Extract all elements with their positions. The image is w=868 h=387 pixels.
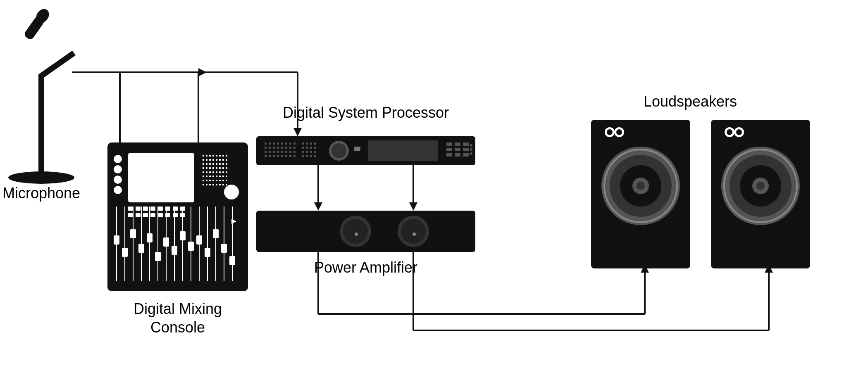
svg-rect-38: [212, 167, 214, 169]
svg-rect-117: [180, 207, 185, 211]
svg-rect-56: [219, 176, 221, 177]
svg-rect-168: [302, 147, 304, 149]
dsp-label: Digital System Processor: [283, 104, 449, 121]
svg-rect-124: [173, 213, 178, 217]
svg-rect-143: [277, 147, 279, 149]
svg-rect-152: [281, 151, 283, 153]
svg-rect-138: [289, 142, 291, 145]
svg-rect-35: [203, 167, 204, 169]
svg-rect-171: [314, 147, 316, 149]
svg-rect-142: [273, 147, 275, 149]
svg-rect-175: [314, 151, 316, 153]
svg-rect-154: [289, 151, 291, 153]
svg-rect-2: [38, 51, 76, 79]
svg-rect-122: [158, 213, 163, 217]
svg-rect-69: [209, 184, 211, 185]
svg-rect-43: [203, 171, 204, 173]
svg-rect-149: [269, 151, 271, 153]
svg-rect-112: [143, 207, 148, 211]
svg-rect-29: [209, 163, 211, 165]
svg-rect-61: [209, 180, 211, 181]
svg-point-75: [114, 155, 122, 163]
svg-rect-63: [216, 180, 217, 181]
svg-point-79: [224, 185, 239, 199]
svg-rect-172: [302, 151, 304, 153]
svg-rect-17: [222, 155, 224, 157]
svg-rect-72: [219, 184, 221, 185]
svg-rect-113: [150, 207, 155, 211]
svg-point-181: [331, 143, 346, 158]
svg-rect-100: [155, 252, 161, 261]
svg-rect-10: [128, 153, 194, 202]
svg-rect-11: [203, 155, 204, 157]
svg-rect-23: [216, 159, 217, 161]
svg-point-224: [637, 182, 645, 190]
svg-rect-183: [368, 140, 438, 161]
svg-rect-173: [306, 151, 308, 153]
svg-rect-68: [206, 184, 207, 185]
svg-rect-187: [446, 148, 452, 151]
svg-rect-182: [354, 147, 360, 151]
svg-rect-177: [306, 155, 308, 157]
svg-rect-192: [463, 153, 469, 157]
svg-rect-71: [216, 184, 217, 185]
svg-rect-33: [222, 163, 224, 165]
svg-point-206: [413, 233, 416, 236]
svg-point-193: [470, 144, 472, 147]
svg-rect-125: [180, 213, 185, 217]
svg-point-202: [343, 219, 368, 244]
svg-point-203: [355, 233, 358, 236]
svg-rect-133: [269, 142, 271, 145]
svg-rect-60: [206, 180, 207, 181]
svg-rect-95: [114, 235, 119, 245]
svg-rect-153: [285, 151, 287, 153]
svg-rect-18: [226, 155, 227, 157]
svg-rect-184: [446, 142, 452, 146]
svg-rect-26: [226, 159, 227, 161]
svg-point-76: [114, 165, 122, 173]
svg-rect-136: [281, 142, 283, 145]
svg-rect-103: [180, 231, 186, 240]
svg-rect-55: [216, 176, 217, 177]
svg-rect-57: [222, 176, 224, 177]
svg-rect-104: [188, 242, 194, 251]
svg-rect-44: [206, 171, 207, 173]
svg-rect-131: [256, 136, 475, 165]
svg-rect-111: [136, 207, 141, 211]
svg-rect-109: [229, 256, 235, 265]
microphone-label: Microphone: [2, 185, 80, 202]
svg-rect-58: [226, 176, 227, 177]
svg-rect-45: [209, 171, 211, 173]
svg-rect-39: [216, 167, 217, 169]
svg-rect-178: [310, 155, 312, 157]
svg-rect-120: [143, 213, 148, 217]
svg-rect-123: [165, 213, 170, 217]
svg-rect-31: [216, 163, 217, 165]
speakers-label: Loudspeakers: [644, 93, 737, 110]
svg-rect-30: [212, 163, 214, 165]
svg-rect-14: [212, 155, 214, 157]
svg-rect-110: [128, 207, 133, 211]
svg-rect-169: [306, 147, 308, 149]
svg-rect-139: [293, 142, 296, 145]
svg-rect-144: [281, 147, 283, 149]
svg-rect-161: [285, 155, 287, 157]
svg-point-228: [727, 129, 732, 135]
svg-point-194: [470, 148, 472, 151]
svg-rect-137: [285, 142, 287, 145]
svg-rect-41: [222, 167, 224, 169]
svg-rect-74: [226, 184, 227, 185]
svg-point-235: [756, 182, 765, 190]
svg-rect-28: [206, 163, 207, 165]
svg-rect-189: [463, 148, 469, 151]
svg-point-217: [607, 129, 613, 135]
svg-rect-1: [38, 74, 44, 180]
svg-rect-97: [130, 229, 136, 238]
svg-rect-160: [281, 155, 283, 157]
svg-rect-176: [302, 155, 304, 157]
svg-rect-50: [226, 171, 227, 173]
svg-rect-53: [209, 176, 211, 177]
svg-rect-151: [277, 151, 279, 153]
svg-rect-99: [147, 233, 153, 242]
svg-rect-25: [222, 159, 224, 161]
